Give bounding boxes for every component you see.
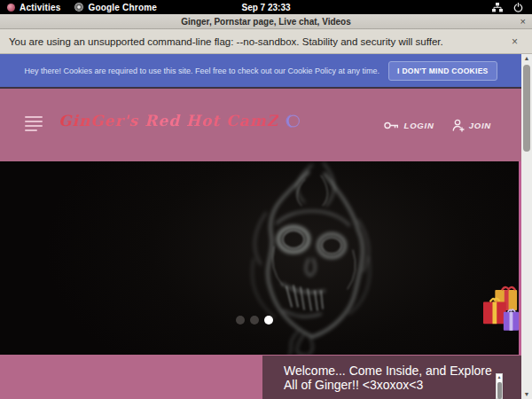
- scroll-down-icon[interactable]: ▼: [521, 390, 532, 399]
- warning-close-button[interactable]: ×: [512, 35, 523, 48]
- browser-warning-bar: You are using an unsupported command-lin…: [0, 29, 532, 54]
- activities-label: Activities: [20, 3, 60, 12]
- scrollbar-thumb[interactable]: [523, 65, 530, 152]
- power-icon: [513, 3, 523, 12]
- carousel-dots: [236, 316, 273, 325]
- scroll-up-icon[interactable]: ▲: [521, 54, 532, 63]
- site-header: GinGer's Red Hot CamZ LOGIN: [0, 89, 521, 161]
- desktop-top-bar: Activities Google Chrome Sep 7 23:33: [0, 0, 532, 14]
- cookie-banner: Hey there! Cookies are required to use t…: [0, 54, 521, 89]
- login-button[interactable]: LOGIN: [384, 121, 434, 130]
- add-user-icon: [452, 119, 465, 132]
- cookie-accept-button[interactable]: I DON'T MIND COOKIES: [388, 61, 497, 81]
- focused-app-menu[interactable]: Google Chrome: [67, 0, 164, 14]
- welcome-box: Welcome... Come Inside, and Explore All …: [262, 356, 521, 399]
- crescent-moon-icon: [285, 113, 300, 129]
- welcome-scroll-up-icon[interactable]: ▲: [497, 374, 502, 380]
- gift-boxes-icon[interactable]: [483, 284, 519, 335]
- activities-button[interactable]: Activities: [0, 0, 67, 14]
- page-body: Welcome... Come Inside, and Explore All …: [0, 355, 521, 399]
- activities-indicator-icon: [7, 4, 15, 12]
- header-actions: LOGIN JOIN: [384, 89, 491, 161]
- site-logo-text: GinGer's Red Hot CamZ: [59, 112, 278, 129]
- join-button[interactable]: JOIN: [452, 119, 491, 132]
- welcome-scrollbar[interactable]: ▲: [496, 373, 503, 399]
- site-logo[interactable]: GinGer's Red Hot CamZ: [59, 112, 300, 129]
- welcome-scroll-thumb[interactable]: [497, 382, 502, 399]
- cookie-message: Hey there! Cookies are required to use t…: [24, 66, 379, 75]
- menu-icon[interactable]: [25, 116, 43, 131]
- page-scrollbar[interactable]: ▲ ▼: [521, 54, 532, 399]
- smoke-skull-image: [0, 161, 519, 355]
- carousel-dot-2[interactable]: [250, 316, 259, 325]
- focused-app-label: Google Chrome: [88, 3, 157, 12]
- key-icon: [384, 121, 400, 130]
- chrome-app-icon: [74, 3, 83, 12]
- warning-message: You are using an unsupported command-lin…: [9, 36, 443, 47]
- web-page: Hey there! Cookies are required to use t…: [0, 54, 521, 399]
- join-label: JOIN: [469, 121, 491, 130]
- screen: Activities Google Chrome Sep 7 23:33 Gin…: [0, 0, 532, 399]
- browser-viewport-row: Hey there! Cookies are required to use t…: [0, 54, 532, 399]
- login-label: LOGIN: [404, 121, 434, 130]
- system-tray[interactable]: [492, 3, 532, 12]
- network-wired-icon: [492, 3, 503, 12]
- window-title-bar[interactable]: Ginger, Pornstar page, Live chat, Videos…: [0, 14, 532, 29]
- window-close-button[interactable]: ×: [520, 15, 526, 28]
- welcome-text: Welcome... Come Inside, and Explore All …: [284, 364, 495, 392]
- hero-carousel: [0, 161, 521, 355]
- carousel-dot-1[interactable]: [236, 316, 245, 325]
- carousel-dot-3-active[interactable]: [264, 316, 273, 325]
- window-title: Ginger, Pornstar page, Live chat, Videos: [0, 17, 532, 27]
